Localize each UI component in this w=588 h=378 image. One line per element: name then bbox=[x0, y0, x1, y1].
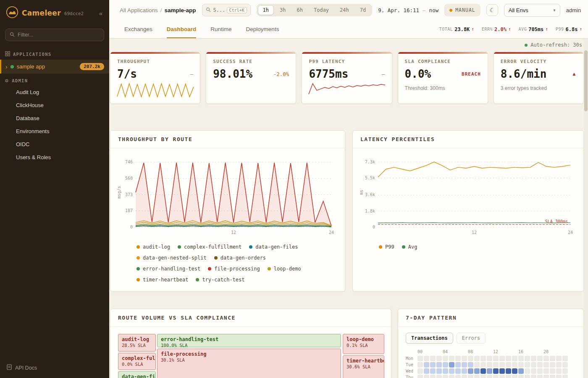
heatmap-cell[interactable] bbox=[474, 368, 480, 374]
heatmap-cell[interactable] bbox=[430, 356, 436, 361]
treemap-cell-complex-fulfil[interactable]: complex-fulfil...0.0% SLA bbox=[118, 353, 156, 370]
heatmap-cell[interactable] bbox=[556, 368, 562, 374]
heatmap-cell[interactable] bbox=[417, 368, 423, 374]
heatmap-cell[interactable] bbox=[499, 362, 505, 368]
heatmap-cell[interactable] bbox=[550, 362, 555, 368]
heatmap-cell[interactable] bbox=[487, 375, 492, 378]
heatmap-cell[interactable] bbox=[531, 375, 536, 378]
heatmap-cell[interactable] bbox=[443, 368, 448, 374]
heatmap-cell[interactable] bbox=[537, 375, 543, 378]
sidebar-item-environments[interactable]: Environments bbox=[0, 125, 109, 138]
treemap-cell-audit-log[interactable]: audit-log28.5% SLA bbox=[118, 334, 156, 352]
heatmap-cell[interactable] bbox=[506, 375, 511, 378]
heatmap-cell[interactable] bbox=[449, 356, 454, 361]
time-range-24h[interactable]: 24h bbox=[335, 5, 354, 15]
heatmap-cell[interactable] bbox=[550, 375, 555, 378]
heatmap-cell[interactable] bbox=[556, 356, 562, 361]
heatmap-cell[interactable] bbox=[562, 368, 568, 374]
sidebar-item-users-roles[interactable]: Users & Roles bbox=[0, 151, 109, 164]
heatmap-cell[interactable] bbox=[537, 362, 543, 368]
heatmap-cell[interactable] bbox=[562, 356, 568, 361]
date-range[interactable]: 9. Apr. 16:11 — now bbox=[378, 7, 438, 13]
heatmap-cell[interactable] bbox=[468, 362, 473, 368]
heatmap-cell[interactable] bbox=[550, 356, 555, 361]
heatmap-cell[interactable] bbox=[493, 375, 499, 378]
heatmap-cell[interactable] bbox=[436, 375, 442, 378]
tab-deployments[interactable]: Deployments bbox=[246, 20, 279, 38]
heatmap-cell[interactable] bbox=[455, 362, 461, 368]
heatmap-cell[interactable] bbox=[424, 375, 429, 378]
treemap-cell-timer-heartbeat[interactable]: timer-heartbeat30.6% SLA bbox=[343, 355, 384, 378]
heatmap-cell[interactable] bbox=[430, 375, 436, 378]
heatmap-cell[interactable] bbox=[480, 362, 486, 368]
heatmap-cell[interactable] bbox=[499, 375, 505, 378]
heatmap-cell[interactable] bbox=[449, 375, 454, 378]
scrollbar-thumb[interactable] bbox=[584, 50, 588, 111]
heatmap-cell[interactable] bbox=[512, 368, 517, 374]
treemap-cell-file-processing[interactable]: file-processing30.1% SLA bbox=[157, 349, 341, 378]
heatmap-cell[interactable] bbox=[443, 356, 448, 361]
time-range-6h[interactable]: 6h bbox=[292, 5, 308, 15]
global-search[interactable]: Ctrl+K bbox=[202, 4, 251, 16]
sidebar-item-oidc[interactable]: OIDC bbox=[0, 138, 109, 151]
sidebar-item-sample-app[interactable]: › sample app 207.2k bbox=[0, 60, 109, 74]
tab-runtime[interactable]: Runtime bbox=[210, 20, 231, 38]
heatmap-cell[interactable] bbox=[562, 375, 568, 378]
heatmap-cell[interactable] bbox=[537, 368, 543, 374]
heatmap-cell[interactable] bbox=[487, 356, 492, 361]
heatmap-cell[interactable] bbox=[480, 356, 486, 361]
heatmap-cell[interactable] bbox=[487, 362, 492, 368]
heatmap-cell[interactable] bbox=[518, 356, 524, 361]
heatmap-cell[interactable] bbox=[556, 362, 562, 368]
heatmap-cell[interactable] bbox=[512, 356, 517, 361]
toggle-errors[interactable]: Errors bbox=[457, 333, 486, 344]
heatmap-cell[interactable] bbox=[499, 356, 505, 361]
heatmap-cell[interactable] bbox=[474, 362, 480, 368]
sidebar-collapse-button[interactable]: « bbox=[97, 10, 104, 17]
heatmap-cell[interactable] bbox=[449, 362, 454, 368]
page-scrollbar[interactable] bbox=[584, 39, 588, 378]
heatmap-cell[interactable] bbox=[506, 362, 511, 368]
heatmap-cell[interactable] bbox=[430, 368, 436, 374]
heatmap-cell[interactable] bbox=[493, 368, 499, 374]
search-input[interactable] bbox=[213, 7, 224, 13]
time-range-today[interactable]: Today bbox=[309, 5, 334, 15]
heatmap-cell[interactable] bbox=[543, 356, 549, 361]
heatmap-cell[interactable] bbox=[462, 375, 467, 378]
heatmap-cell[interactable] bbox=[436, 368, 442, 374]
heatmap-cell[interactable] bbox=[424, 356, 429, 361]
api-docs-link[interactable]: API Docs bbox=[0, 358, 109, 378]
heatmap-cell[interactable] bbox=[468, 356, 473, 361]
heatmap-cell[interactable] bbox=[443, 362, 448, 368]
heatmap-cell[interactable] bbox=[455, 368, 461, 374]
breadcrumb-root[interactable]: All Applications bbox=[120, 7, 158, 13]
sidebar-item-audit-log[interactable]: Audit Log bbox=[0, 86, 109, 99]
heatmap-cell[interactable] bbox=[417, 375, 423, 378]
heatmap-cell[interactable] bbox=[493, 356, 499, 361]
heatmap-cell[interactable] bbox=[417, 362, 423, 368]
heatmap-cell[interactable] bbox=[436, 356, 442, 361]
heatmap-cell[interactable] bbox=[531, 362, 536, 368]
heatmap-cell[interactable] bbox=[443, 375, 448, 378]
heatmap-cell[interactable] bbox=[462, 356, 467, 361]
heatmap-cell[interactable] bbox=[449, 368, 454, 374]
heatmap-cell[interactable] bbox=[537, 356, 543, 361]
heatmap-cell[interactable] bbox=[518, 368, 524, 374]
heatmap-cell[interactable] bbox=[455, 375, 461, 378]
heatmap-cell[interactable] bbox=[556, 375, 562, 378]
heatmap-cell[interactable] bbox=[487, 368, 492, 374]
time-range-3h[interactable]: 3h bbox=[275, 5, 291, 15]
heatmap-cell[interactable] bbox=[468, 375, 473, 378]
heatmap-cell[interactable] bbox=[562, 362, 568, 368]
manual-refresh-button[interactable]: MANUAL bbox=[444, 4, 480, 16]
heatmap-cell[interactable] bbox=[525, 362, 530, 368]
heatmap-cell[interactable] bbox=[543, 362, 549, 368]
tab-dashboard[interactable]: Dashboard bbox=[167, 20, 197, 38]
treemap-cell-data-gen-files[interactable]: data-gen-files100.0% SLA bbox=[118, 371, 156, 378]
heatmap-cell[interactable] bbox=[506, 368, 511, 374]
heatmap-cell[interactable] bbox=[474, 375, 480, 378]
heatmap-cell[interactable] bbox=[512, 362, 517, 368]
heatmap-cell[interactable] bbox=[430, 362, 436, 368]
heatmap-cell[interactable] bbox=[543, 375, 549, 378]
heatmap-cell[interactable] bbox=[436, 362, 442, 368]
